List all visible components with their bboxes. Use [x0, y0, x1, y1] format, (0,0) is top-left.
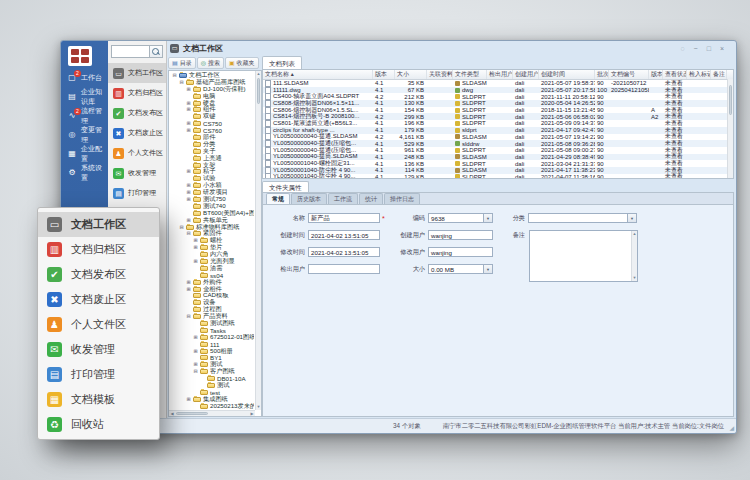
tree-node[interactable]: ⊞ 粘子 [170, 168, 254, 175]
popup-menu-item[interactable]: ✉ 收发管理 [38, 337, 159, 362]
column-header[interactable]: 查看状态 [663, 70, 687, 79]
tree-node[interactable]: ⊞ 垫片 [170, 244, 254, 251]
popup-menu-item[interactable]: ▭ 文档工作区 [38, 212, 159, 237]
creator-field[interactable]: wanjing [428, 230, 493, 240]
modified-time-field[interactable]: 2021-04-02 13:51:05 [308, 247, 380, 257]
tree-node[interactable]: ⊞ 共板单元 [170, 217, 254, 224]
column-header[interactable]: 关联资料 [427, 70, 453, 79]
properties-tab[interactable]: 统计 [359, 193, 383, 204]
search-input[interactable] [111, 45, 150, 58]
tree-expander-icon[interactable]: ⊞ [193, 238, 198, 243]
tree-node[interactable]: 过程图 [170, 306, 254, 313]
tree-expander-icon[interactable]: ⊞ [186, 107, 191, 112]
tree-expander-icon[interactable]: ⊞ [186, 218, 191, 223]
tree-node[interactable]: 夹子 [170, 148, 254, 155]
tree-expander-icon[interactable]: ⊞ [186, 169, 191, 174]
tree-expander-icon[interactable]: ⊞ [193, 259, 198, 264]
workspace-menu-item[interactable]: ✖ 文档废止区 [108, 123, 166, 143]
popup-menu-item[interactable]: ♟ 个人文件区 [38, 312, 159, 337]
code-dropdown-icon[interactable]: ▼ [484, 213, 493, 223]
tree-node[interactable]: ⊟ 标准物料库图纸 [170, 224, 254, 231]
sidebar-item[interactable]: ◎ 变更管理 [61, 125, 108, 144]
tree-node[interactable]: ⊞ 500相册 [170, 348, 254, 355]
popup-menu-item[interactable]: ▤ 打印管理 [38, 362, 159, 387]
tree-node[interactable]: ⊞ 小水箱 [170, 182, 254, 189]
column-header[interactable]: 文档编号 [609, 70, 649, 79]
tree-node[interactable]: ⊞ 集成图纸 [170, 396, 254, 403]
created-time-field[interactable]: 2021-04-02 13:51:05 [308, 230, 380, 240]
tree-node[interactable]: ⊞ 螺栓 [170, 237, 254, 244]
tree-node[interactable]: ⊞ 6725012-01图纸 [170, 334, 254, 341]
tree-expander-icon[interactable]: ⊞ [193, 245, 198, 250]
column-header[interactable]: 备注 [711, 70, 727, 79]
tree-expander-icon[interactable]: ⊟ [186, 231, 191, 236]
tree-expander-icon[interactable]: ⊞ [193, 335, 198, 340]
tree-node[interactable]: 内六角 [170, 251, 254, 258]
tree-expander-icon[interactable]: ⊟ [193, 369, 198, 374]
tree-node[interactable]: 支架 [170, 162, 254, 169]
column-header[interactable]: 版本 [373, 70, 395, 79]
tree-node[interactable]: 试验 [170, 175, 254, 182]
tree-node[interactable]: ⊞ 硬盘 [170, 100, 254, 107]
tree-node[interactable]: 111 [170, 341, 254, 348]
tree-expander-icon[interactable]: ⊟ [179, 80, 184, 85]
tree-expander-icon[interactable]: ⊟ [172, 73, 177, 78]
workspace-menu-item[interactable]: ▥ 文档归档区 [108, 83, 166, 103]
tree-expander-icon[interactable]: ⊞ [186, 397, 191, 402]
scroll-down-icon[interactable]: ▼ [632, 275, 637, 281]
tree-tab[interactable]: ◎ 搜索 [197, 57, 224, 69]
size-dropdown-icon[interactable]: ▼ [484, 264, 493, 274]
tree-tab[interactable]: ▤ 目录 [168, 57, 196, 69]
column-header[interactable]: 创建用户 [513, 70, 539, 79]
tree-expander-icon[interactable]: ⊞ [186, 101, 191, 106]
tree-expander-icon[interactable]: ⊟ [179, 225, 184, 230]
sidebar-item[interactable]: ∿ 2 流程管理 [61, 106, 108, 125]
tree-expander-icon[interactable]: ⊞ [186, 87, 191, 92]
tree-node[interactable]: 电脑 [170, 93, 254, 100]
scroll-down-icon[interactable]: ▼ [256, 404, 261, 410]
properties-tab[interactable]: 工作流 [328, 193, 358, 204]
tree-node[interactable]: 20250213发来的图纸 [170, 403, 254, 409]
tree-node[interactable]: 部件 [170, 134, 254, 141]
sidebar-item[interactable]: ⚙ 系统设置 [61, 163, 108, 182]
tree-node[interactable]: ⊞ 组件 [170, 106, 254, 113]
tree-tab[interactable]: ▣ 收藏夹 [225, 57, 259, 69]
column-header[interactable]: 文件类型 [453, 70, 487, 79]
category-field[interactable] [528, 213, 628, 223]
modifier-field[interactable]: wanjing [428, 247, 493, 257]
window-control-button[interactable]: ◌ [680, 44, 684, 53]
column-header[interactable]: 版本 [649, 70, 663, 79]
tree-node[interactable]: ⊞ 研发项目 [170, 189, 254, 196]
scroll-up-icon[interactable]: ▲ [256, 71, 261, 77]
window-control-button[interactable]: × [720, 44, 724, 53]
tree-expander-icon[interactable]: ⊞ [186, 121, 191, 126]
workspace-menu-item[interactable]: ✉ 收发管理 [108, 163, 166, 183]
resize-grip[interactable]: ◢ [729, 424, 734, 431]
tree-node[interactable]: 上亮通 [170, 155, 254, 162]
tree-node[interactable]: 测试740 [170, 203, 254, 210]
properties-tab[interactable]: 历史版本 [291, 193, 327, 204]
sidebar-item[interactable]: ▦ 企业配置 [61, 144, 108, 163]
tree-node[interactable]: 设备 [170, 299, 254, 306]
scrollbar-thumb[interactable] [257, 78, 260, 104]
tree-node[interactable]: ⊞ CS750 [170, 120, 254, 127]
tree-node[interactable]: 双键 [170, 113, 254, 120]
column-header[interactable]: 检入标记 [687, 70, 711, 79]
column-header[interactable]: 批次 [595, 70, 609, 79]
list-vertical-scrollbar[interactable] [727, 79, 733, 178]
tree-node[interactable]: DB01-10A [170, 375, 254, 382]
tree-horizontal-scrollbar[interactable]: ◀ ▶ [169, 410, 255, 416]
tree-node[interactable]: ⊞ 金相件 [170, 286, 254, 293]
tree-expander-icon[interactable]: ⊞ [186, 287, 191, 292]
tree-expander-icon[interactable]: ⊞ [193, 349, 198, 354]
tree-expander-icon[interactable]: ⊞ [186, 197, 191, 202]
code-field[interactable]: 9638 [428, 213, 484, 223]
workspace-menu-item[interactable]: ▤ 打印管理 [108, 183, 166, 203]
name-field[interactable]: 新产品 [308, 213, 380, 223]
sidebar-item[interactable]: ▢ 2 工作台 [61, 68, 108, 87]
workspace-menu-item[interactable]: ▭ 文档工作区 [108, 63, 166, 83]
tree-node[interactable]: Tasks [170, 327, 254, 334]
tree-node[interactable]: BT600(美国A4)+图纸 [170, 210, 254, 217]
tree-node[interactable]: ⊞ CS760 [170, 127, 254, 134]
column-header[interactable]: 大小 [395, 70, 427, 79]
